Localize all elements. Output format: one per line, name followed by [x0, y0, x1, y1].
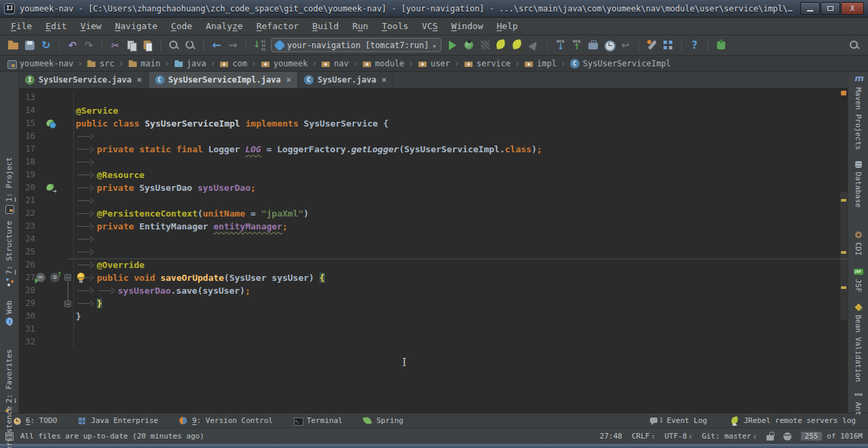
inspections-hector-icon[interactable] [783, 432, 791, 441]
encoding-selector[interactable]: UTF-8 [664, 432, 692, 441]
tool-button-9-version-control[interactable]: 9: Version Control [179, 416, 273, 426]
impl-gutter-icon[interactable]: m [36, 273, 45, 282]
help-icon[interactable] [687, 38, 702, 53]
menu-help[interactable]: Help [490, 21, 525, 31]
fold-marker[interactable]: − [64, 300, 71, 307]
plugin-icon[interactable] [714, 38, 729, 53]
caret-position[interactable]: 27:48 [600, 432, 622, 441]
fold-column[interactable] [62, 284, 74, 297]
menu-tools[interactable]: Tools [375, 21, 415, 31]
history-icon[interactable] [602, 38, 617, 53]
structure-icon[interactable] [661, 38, 676, 53]
search-icon[interactable] [847, 38, 862, 53]
breadcrumb-youmeek-nav[interactable]: youmeek-nav [7, 59, 73, 68]
tool-button-database[interactable]: Database [848, 160, 868, 208]
menu-build[interactable]: Build [305, 21, 345, 31]
jrebel-run-icon[interactable] [494, 38, 509, 53]
cut-icon[interactable] [108, 38, 123, 53]
fold-column[interactable]: − [62, 271, 74, 284]
maximize-button[interactable] [821, 2, 840, 15]
menu-navigate[interactable]: Navigate [108, 21, 165, 31]
open-icon[interactable] [6, 38, 21, 53]
breadcrumb-impl[interactable]: impl [524, 59, 557, 68]
close-icon[interactable] [286, 75, 291, 85]
tool-button-1-project[interactable]: 1: Project [0, 157, 18, 214]
breadcrumb-service[interactable]: service [464, 59, 511, 68]
shelve-icon[interactable] [586, 38, 601, 53]
tool-button-event-log[interactable]: 1Event Log [649, 416, 707, 426]
breadcrumb-java[interactable]: java [174, 59, 207, 68]
jrebel-debug-icon[interactable] [511, 38, 525, 53]
git-branch-widget[interactable]: Git: master [702, 432, 757, 441]
tool-button-ant[interactable]: Ant [848, 390, 868, 416]
sort-icon[interactable] [252, 38, 267, 53]
breadcrumb-youmeek[interactable]: youmeek [261, 59, 308, 68]
tool-button-terminal[interactable]: Terminal [293, 416, 343, 426]
fold-column[interactable]: − [62, 297, 74, 310]
tool-button-persistence[interactable]: Persistence [0, 406, 18, 448]
paste-icon[interactable] [140, 38, 155, 53]
vcs-up-icon[interactable]: VCS↑ [569, 38, 584, 53]
vcs-down-icon[interactable]: VCS↓ [553, 38, 568, 53]
minimize-button[interactable] [800, 2, 820, 15]
breadcrumb-sysuserserviceimpl[interactable]: SysUserServiceImpl [570, 59, 671, 68]
memory-indicator[interactable]: 255 of 1016M [801, 431, 863, 442]
line-ending-selector[interactable]: CRLF [632, 432, 655, 441]
tool-button-jsf[interactable]: JSF [848, 267, 868, 292]
scrollbar-thumb[interactable] [840, 192, 848, 320]
redo-icon[interactable] [81, 38, 96, 53]
menu-file[interactable]: File [4, 21, 39, 31]
tab-SysUser.java[interactable]: SysUser.java [298, 72, 393, 88]
menu-view[interactable]: View [74, 21, 108, 31]
editor[interactable]: 1314@Service15public class SysUserServic… [19, 89, 848, 413]
menu-refactor[interactable]: Refactor [250, 21, 306, 31]
debug-icon[interactable] [462, 38, 477, 53]
menu-window[interactable]: Window [445, 21, 490, 31]
breadcrumb-nav[interactable]: nav [321, 59, 349, 68]
breadcrumb-com[interactable]: com [219, 59, 247, 68]
tool-button-maven-projects[interactable]: Maven Projects [848, 75, 868, 150]
find-icon[interactable] [167, 38, 181, 53]
run-icon[interactable] [446, 38, 460, 53]
sync-icon[interactable] [39, 38, 53, 53]
error-stripe-mark[interactable] [841, 91, 846, 95]
run-configuration-select[interactable]: your-navigation [tomcat7:run] [271, 38, 441, 52]
tab-SysUserServiceImpl.java[interactable]: SysUserServiceImpl.java [149, 72, 298, 88]
tool-button-2-favorites[interactable]: 2: Favorites [0, 349, 18, 415]
settings-icon[interactable] [645, 38, 659, 53]
menu-vcs[interactable]: VCS [415, 21, 444, 31]
save-icon[interactable] [22, 38, 37, 53]
jrebel-remote-icon[interactable] [527, 38, 542, 53]
close-icon[interactable] [137, 75, 142, 85]
breadcrumb-src[interactable]: src [87, 59, 114, 68]
fold-marker[interactable]: − [64, 274, 71, 281]
breadcrumb-main[interactable]: main [128, 59, 160, 68]
tool-button-7-structure[interactable]: 7: Structure [0, 221, 18, 286]
tool-button-cdi[interactable]: CDI [848, 230, 868, 256]
breadcrumb-user[interactable]: user [418, 59, 450, 68]
revert-icon[interactable] [618, 38, 633, 53]
tool-button-spring[interactable]: Spring [363, 416, 404, 426]
lock-icon[interactable] [766, 435, 774, 441]
tool-button-6-todo[interactable]: 6: TODO [12, 416, 57, 426]
coverage-icon[interactable] [478, 38, 493, 53]
replace-icon[interactable]: A [183, 38, 198, 53]
tool-button-java-enterprise[interactable]: Java Enterprise [77, 416, 158, 426]
menu-analyze[interactable]: Analyze [199, 21, 250, 31]
tool-button-web[interactable]: Web [0, 300, 18, 326]
spring-class-gutter-icon[interactable] [46, 118, 56, 129]
menu-edit[interactable]: Edit [39, 21, 73, 31]
tab-SysUserService.java[interactable]: SysUserService.java [19, 72, 149, 88]
copy-icon[interactable] [124, 38, 139, 53]
close-icon[interactable] [382, 75, 387, 85]
tool-button-bean-validation[interactable]: Bean Validation [848, 303, 868, 382]
override-gutter-icon[interactable]: o [50, 273, 60, 282]
spring-dep-gutter-icon[interactable] [46, 183, 56, 193]
back-icon[interactable] [209, 38, 224, 53]
close-button[interactable]: X [841, 2, 864, 15]
tool-button-jrebel-remote-servers-log[interactable]: JRebel remote servers log [730, 416, 856, 426]
menu-code[interactable]: Code [165, 21, 199, 31]
menu-run[interactable]: Run [345, 21, 374, 31]
undo-icon[interactable] [65, 38, 80, 53]
breadcrumb-module[interactable]: module [362, 59, 404, 68]
